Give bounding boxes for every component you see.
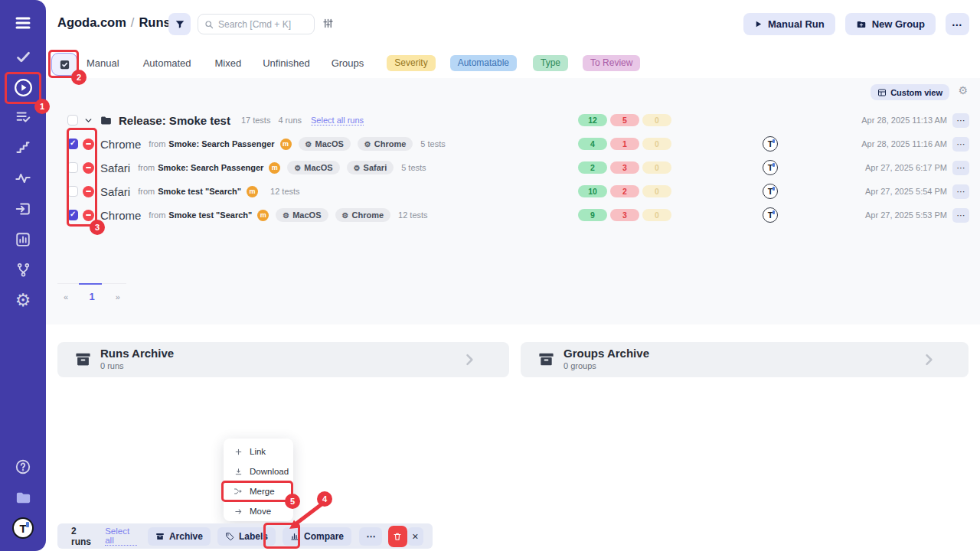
menu-item-download[interactable]: Download xyxy=(224,461,293,481)
archive-button[interactable]: Archive xyxy=(148,527,211,546)
milestones-steps-icon[interactable] xyxy=(0,135,46,161)
run-checkbox[interactable] xyxy=(67,210,78,220)
group-checkbox[interactable] xyxy=(67,115,78,126)
page-more-button[interactable]: ⋯ xyxy=(946,13,969,35)
trash-icon xyxy=(393,532,402,541)
run-from-label: from xyxy=(149,210,165,220)
tab-select-mode[interactable] xyxy=(51,53,77,76)
tests-check-icon[interactable] xyxy=(0,44,46,70)
group-date: Apr 28, 2025 11:13 AM xyxy=(861,116,947,125)
top-action-buttons: Manual Run New Group ⋯ xyxy=(743,13,969,35)
runs-tabs: Manual Automated Mixed Unfinished Groups… xyxy=(46,47,980,78)
menu-item-move[interactable]: Move xyxy=(224,501,293,521)
menu-item-merge[interactable]: Merge xyxy=(224,481,293,501)
bulk-more-button[interactable]: ⋯ xyxy=(359,527,382,546)
view-settings-gear-icon[interactable]: ⚙ xyxy=(958,85,968,96)
run-name[interactable]: Safari xyxy=(100,161,130,174)
branches-fork-icon[interactable] xyxy=(0,256,46,282)
run-tests-count: 12 tests xyxy=(398,210,428,220)
run-name[interactable]: Safari xyxy=(100,185,130,198)
reporter-avatar: T xyxy=(763,160,778,175)
import-icon[interactable] xyxy=(0,196,46,222)
search-input[interactable] xyxy=(218,19,302,30)
breadcrumb: Agoda.com/Runs xyxy=(57,15,171,30)
run-checkbox[interactable] xyxy=(67,139,78,149)
run-row[interactable]: Chrome from Smoke: Search Passenger m ⚙M… xyxy=(46,133,980,155)
new-group-button[interactable]: New Group xyxy=(845,13,936,35)
select-all-link[interactable]: Select all xyxy=(105,527,137,546)
skipped-badge: 0 xyxy=(642,161,671,174)
menu-item-link[interactable]: Link xyxy=(224,442,293,461)
env-chip: ⚙Safari xyxy=(347,161,394,174)
run-row[interactable]: Safari from Smoke test "Search" m 12 tes… xyxy=(46,181,980,202)
tab-unfinished[interactable]: Unfinished xyxy=(263,57,309,69)
run-more-button[interactable]: ⋯ xyxy=(952,208,969,223)
runs-play-icon[interactable] xyxy=(0,74,46,100)
pulse-activity-icon[interactable] xyxy=(0,165,46,191)
pagination-next[interactable]: » xyxy=(116,292,120,302)
annotation-badge-4: 4 xyxy=(317,491,332,507)
help-icon[interactable] xyxy=(0,454,46,480)
test-plans-list-icon[interactable] xyxy=(0,104,46,130)
custom-view-button[interactable]: Custom view xyxy=(871,84,949,100)
run-row[interactable]: Chrome from Smoke test "Search" m ⚙MacOS… xyxy=(46,204,980,226)
delete-button[interactable] xyxy=(388,526,407,547)
run-row[interactable]: Safari from Smoke: Search Passenger m ⚙M… xyxy=(46,157,980,178)
run-checkbox[interactable] xyxy=(67,162,78,173)
pagination-page-1[interactable]: 1 xyxy=(89,291,94,302)
filter-badge-to-review[interactable]: To Review xyxy=(583,55,640,71)
chevron-down-icon[interactable] xyxy=(83,116,93,126)
group-more-button[interactable]: ⋯ xyxy=(952,113,969,128)
runs-archive-card[interactable]: Runs Archive 0 runs xyxy=(57,342,509,377)
close-selection-button[interactable]: × xyxy=(407,527,423,546)
plus-icon xyxy=(234,448,243,456)
gear-icon: ⚙ xyxy=(294,164,301,172)
groups-archive-card[interactable]: Groups Archive 0 groups xyxy=(521,342,969,377)
group-row[interactable]: Release: Smoke test 17 tests 4 runs Sele… xyxy=(46,109,980,131)
filter-button[interactable] xyxy=(168,13,191,35)
run-source: Smoke test "Search" xyxy=(158,187,241,196)
stopped-status-icon xyxy=(83,210,94,221)
run-tests-count: 12 tests xyxy=(270,187,300,196)
env-chip: ⚙Chrome xyxy=(358,137,413,151)
passed-badge: 10 xyxy=(578,185,607,197)
chevron-right-icon xyxy=(921,352,936,370)
archive-box-icon xyxy=(537,350,555,371)
reporter-avatar: T xyxy=(763,184,778,199)
run-more-button[interactable]: ⋯ xyxy=(952,161,969,175)
run-more-button[interactable]: ⋯ xyxy=(952,184,969,199)
compare-button[interactable]: Compare xyxy=(283,527,351,546)
run-name[interactable]: Chrome xyxy=(100,138,141,151)
tab-groups[interactable]: Groups xyxy=(332,57,364,69)
run-more-button[interactable]: ⋯ xyxy=(952,137,969,152)
stopped-status-icon xyxy=(83,186,94,197)
reports-bar-chart-icon[interactable] xyxy=(0,227,46,253)
tab-mixed[interactable]: Mixed xyxy=(215,57,242,69)
labels-label: Labels xyxy=(239,531,268,542)
manual-run-button[interactable]: Manual Run xyxy=(743,13,835,35)
filter-badge-severity[interactable]: Severity xyxy=(387,55,435,71)
passed-badge: 4 xyxy=(578,138,607,150)
run-name[interactable]: Chrome xyxy=(100,209,141,222)
pagination-prev[interactable]: « xyxy=(64,292,68,302)
run-checkbox[interactable] xyxy=(67,186,78,197)
projects-folder-icon[interactable] xyxy=(0,484,46,510)
settings-gear-icon[interactable]: ⚙ xyxy=(0,287,46,313)
filter-badge-automatable[interactable]: Automatable xyxy=(450,55,517,71)
hamburger-menu-icon[interactable] xyxy=(0,10,46,36)
tab-manual[interactable]: Manual xyxy=(87,57,119,69)
group-runs-count: 4 runs xyxy=(278,116,302,125)
breadcrumb-project[interactable]: Agoda.com xyxy=(57,15,126,29)
tab-automated[interactable]: Automated xyxy=(143,57,191,69)
filter-badge-type[interactable]: Type xyxy=(533,55,568,71)
adjustments-icon[interactable] xyxy=(322,18,334,32)
labels-button[interactable]: Labels xyxy=(217,527,276,546)
group-title[interactable]: Release: Smoke test xyxy=(119,114,230,127)
group-tests-count: 17 tests xyxy=(241,116,271,125)
sidebar: ⚙ T xyxy=(0,0,46,551)
app-logo[interactable]: T xyxy=(0,515,46,541)
select-all-runs-link[interactable]: Select all runs xyxy=(311,116,364,126)
groups-archive-count: 0 groups xyxy=(564,361,596,370)
search-icon xyxy=(204,20,214,29)
breadcrumb-separator: / xyxy=(126,15,139,29)
